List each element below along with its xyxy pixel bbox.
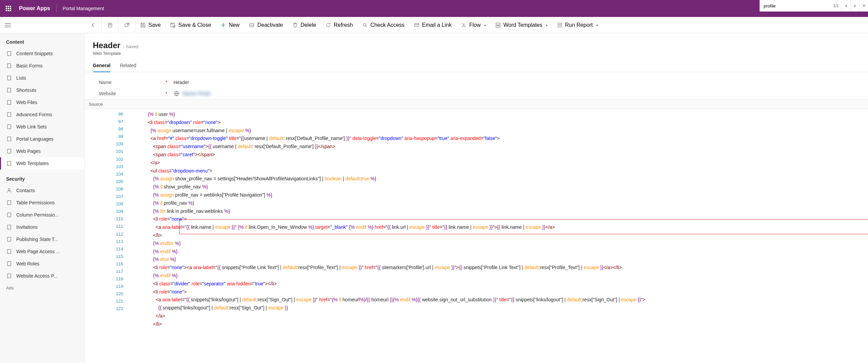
sidebar-item[interactable]: Web Link Sets [0, 121, 84, 133]
main: Header - Saved Web Template General Rela… [85, 33, 868, 363]
sidebar-item[interactable]: Advanced Forms [0, 108, 84, 121]
chevron-down-icon: ▾ [596, 23, 598, 27]
svg-rect-26 [7, 213, 11, 217]
report-icon [557, 22, 562, 28]
chevron-down-icon: ▾ [484, 23, 486, 27]
deactivate-icon [249, 22, 254, 28]
svg-rect-10 [496, 23, 500, 27]
svg-rect-3 [125, 24, 128, 27]
email-link-button[interactable]: Email a Link [409, 17, 456, 33]
sidebar-item-icon [6, 99, 12, 105]
back-icon[interactable] [85, 17, 102, 33]
save-close-button[interactable]: Save & Close [165, 17, 216, 33]
sidebar-item-label: Web Roles [16, 261, 39, 266]
sidebar-item[interactable]: Shortcuts [0, 84, 84, 96]
sidebar-item-icon [6, 187, 12, 194]
website-field[interactable]: Starter Portal [173, 90, 210, 97]
sidebar-item-icon [6, 124, 12, 130]
sidebar-item[interactable]: Website Access P... [0, 270, 84, 282]
page-title: Header [93, 41, 120, 50]
find-close-icon[interactable]: ✕ [859, 0, 868, 12]
sidebar-ads: Ads [0, 282, 84, 294]
code-content[interactable]: {% if user %} <li class="dropdown" role=… [127, 109, 645, 330]
plus-icon [221, 22, 226, 28]
topbar: Power Apps Portal Management 1/1 ∧ ∨ ✕ [0, 0, 868, 17]
sidebar-item-label: Web Page Access ... [16, 249, 60, 254]
name-field[interactable]: Header [173, 80, 189, 85]
svg-rect-16 [7, 76, 11, 80]
sidebar-item-label: Portal Languages [16, 136, 54, 142]
sidebar-item-icon [6, 148, 12, 154]
check-access-button[interactable]: Check Access [357, 17, 409, 33]
deactivate-button[interactable]: Deactivate [244, 17, 288, 33]
sidebar-item[interactable]: Content Snippets [0, 47, 84, 60]
svg-line-8 [366, 26, 367, 27]
open-record-set-icon[interactable] [102, 17, 119, 33]
website-label: Website [99, 91, 116, 96]
sidebar-item-icon [6, 87, 12, 93]
sidebar-item[interactable]: Portal Languages [0, 133, 84, 145]
run-report-button[interactable]: Run Report ▾ [552, 17, 603, 33]
flow-button[interactable]: Flow ▾ [456, 17, 491, 33]
sidebar-item-icon [6, 160, 12, 166]
sidebar-item[interactable]: Invitations [0, 221, 84, 233]
entity-type: Web Template [93, 51, 868, 56]
trash-icon [292, 22, 298, 28]
code-editor[interactable]: 9697989910010110210310410510610710810911… [85, 109, 868, 330]
required-marker: * [166, 80, 173, 85]
sidebar-item[interactable]: Web Pages [0, 145, 84, 157]
svg-rect-17 [7, 88, 11, 92]
svg-rect-19 [7, 113, 11, 117]
sidebar-item-icon [6, 63, 12, 69]
sidebar-item[interactable]: Publishing State T... [0, 233, 84, 245]
sidebar-item[interactable]: Web Roles [0, 258, 84, 270]
sidebar-item-label: Invitations [16, 224, 38, 230]
save-close-icon [170, 22, 175, 28]
hamburger-icon[interactable] [5, 21, 12, 29]
svg-rect-28 [7, 237, 11, 241]
word-icon [495, 22, 501, 28]
svg-rect-18 [7, 100, 11, 104]
app-name[interactable]: Portal Management [57, 6, 110, 11]
sidebar-item-label: Lists [16, 75, 26, 81]
sidebar-item-icon [6, 75, 12, 81]
sidebar-item-icon [6, 261, 12, 267]
find-input[interactable] [760, 3, 830, 8]
save-button[interactable]: Save [136, 17, 165, 33]
command-bar: Save Save & Close New Deactivate Delete … [0, 17, 868, 33]
sidebar-item-label: Web Link Sets [16, 124, 47, 129]
sidebar-item-icon [6, 248, 12, 255]
tab-related[interactable]: Related [120, 63, 136, 72]
new-window-icon[interactable] [119, 17, 136, 33]
sidebar-item[interactable]: Web Templates [0, 157, 84, 169]
brand-title[interactable]: Power Apps [17, 5, 56, 12]
svg-rect-14 [7, 52, 11, 56]
svg-rect-15 [7, 64, 11, 68]
app-launcher-icon[interactable] [0, 0, 17, 17]
new-button[interactable]: New [216, 17, 244, 33]
find-prev-icon[interactable]: ∧ [842, 0, 850, 12]
sidebar-item-icon [6, 200, 12, 206]
sidebar-item[interactable]: Lists [0, 72, 84, 84]
find-next-icon[interactable]: ∨ [850, 0, 859, 12]
sidebar-item-label: Shortcuts [16, 87, 36, 93]
word-templates-button[interactable]: Word Templates ▾ [491, 17, 552, 33]
refresh-button[interactable]: Refresh [321, 17, 357, 33]
email-icon [414, 22, 419, 28]
sidebar-item[interactable]: Contacts [0, 184, 84, 197]
save-icon [140, 22, 146, 28]
required-marker: * [166, 91, 173, 96]
sidebar-item[interactable]: Table Permissions [0, 197, 84, 209]
tab-general[interactable]: General [93, 63, 110, 72]
sidebar-item-icon [6, 112, 12, 118]
sidebar-item[interactable]: Web Files [0, 96, 84, 108]
sidebar-item-icon [6, 212, 12, 218]
sidebar-item[interactable]: Web Page Access ... [0, 245, 84, 258]
sidebar-item[interactable]: Basic Forms [0, 60, 84, 72]
find-bar: 1/1 ∧ ∨ ✕ [760, 0, 868, 12]
sidebar-section-security: Security [0, 173, 84, 184]
refresh-icon [326, 22, 331, 28]
delete-button[interactable]: Delete [288, 17, 321, 33]
sidebar-item[interactable]: Column Permissio... [0, 209, 84, 221]
svg-rect-27 [7, 225, 11, 229]
